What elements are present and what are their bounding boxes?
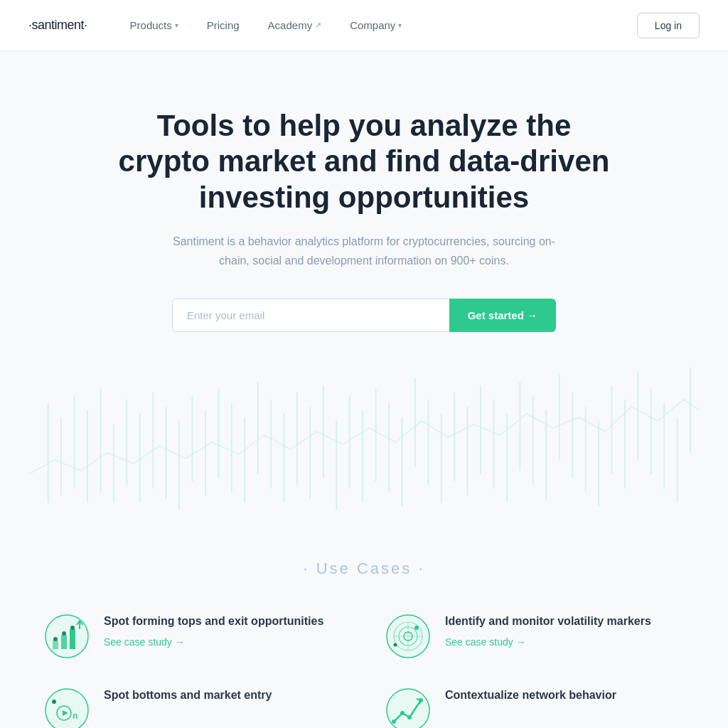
network-icon xyxy=(385,687,431,728)
use-case-content-3: Spot bottoms and market entry xyxy=(104,687,272,710)
use-case-link-1[interactable]: See case study → xyxy=(104,636,323,648)
nav-pricing[interactable]: Pricing xyxy=(207,19,240,31)
logo[interactable]: ·santiment· xyxy=(28,18,87,33)
chart-tops-icon xyxy=(44,614,90,659)
get-started-button[interactable]: Get started → xyxy=(449,299,556,332)
volatility-icon xyxy=(385,614,431,659)
chevron-down-icon: ▾ xyxy=(175,21,178,29)
use-case-content-1: Spot forming tops and exit opportunities… xyxy=(104,614,323,648)
chart-bottoms-icon: n xyxy=(44,687,90,728)
use-case-title-2: Identify and monitor volatility markers xyxy=(445,614,651,629)
use-cases-grid: Spot forming tops and exit opportunities… xyxy=(44,614,684,728)
svg-point-73 xyxy=(400,711,405,715)
login-button[interactable]: Log in xyxy=(637,13,700,38)
svg-point-64 xyxy=(414,626,419,630)
svg-rect-51 xyxy=(53,641,58,649)
svg-point-55 xyxy=(53,637,58,641)
use-case-content-4: Contextualize network behavior xyxy=(445,687,616,710)
svg-text:n: n xyxy=(73,711,77,721)
svg-point-65 xyxy=(394,643,397,646)
hero-heading: Tools to help you analyze the crypto mar… xyxy=(108,108,620,215)
use-case-title-1: Spot forming tops and exit opportunities xyxy=(104,614,323,629)
svg-point-74 xyxy=(407,715,412,719)
hero-subtext: Santiment is a behavior analytics platfo… xyxy=(172,232,556,270)
use-case-item-1: Spot forming tops and exit opportunities… xyxy=(44,614,343,659)
nav-products[interactable]: Products ▾ xyxy=(130,19,178,31)
svg-point-66 xyxy=(46,689,88,728)
svg-point-72 xyxy=(392,719,396,724)
nav-links: Products ▾ Pricing Academy ↗ Company ▾ xyxy=(130,19,637,31)
email-input[interactable] xyxy=(172,299,449,332)
navbar: ·santiment· Products ▾ Pricing Academy ↗… xyxy=(0,0,728,51)
svg-rect-52 xyxy=(61,635,67,649)
use-case-link-2[interactable]: See case study → xyxy=(445,636,651,648)
svg-rect-53 xyxy=(70,629,75,649)
use-case-item-4: Contextualize network behavior xyxy=(385,687,684,728)
use-case-title-4: Contextualize network behavior xyxy=(445,687,616,703)
svg-point-70 xyxy=(52,700,56,704)
nav-academy[interactable]: Academy ↗ xyxy=(268,19,322,31)
nav-login-area: Log in xyxy=(637,13,700,38)
hero-chart-background xyxy=(28,360,700,517)
hero-form: Get started → xyxy=(172,299,556,332)
use-cases-title: · Use Cases · xyxy=(28,560,700,578)
use-case-content-2: Identify and monitor volatility markers … xyxy=(445,614,651,648)
use-case-item-3: n Spot bottoms and market entry xyxy=(44,687,343,728)
svg-point-56 xyxy=(62,631,66,636)
svg-point-57 xyxy=(70,626,75,630)
use-case-item-2: Identify and monitor volatility markers … xyxy=(385,614,684,659)
use-case-title-3: Spot bottoms and market entry xyxy=(104,687,272,703)
external-link-icon: ↗ xyxy=(315,21,321,30)
nav-company[interactable]: Company ▾ xyxy=(350,19,402,31)
use-cases-section: · Use Cases · xyxy=(0,517,728,728)
chevron-down-icon-2: ▾ xyxy=(398,21,402,29)
svg-point-75 xyxy=(419,698,423,702)
hero-section: Tools to help you analyze the crypto mar… xyxy=(0,51,728,517)
